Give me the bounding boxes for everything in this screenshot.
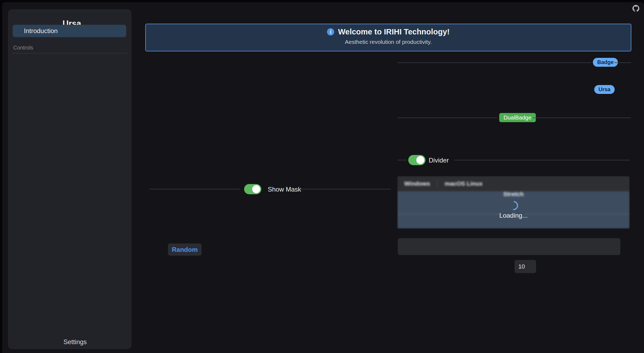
page-size-select[interactable]: 10 [515, 260, 536, 273]
github-icon[interactable] [632, 5, 639, 12]
sidebar: Ursa Introduction Controls Settings [8, 9, 131, 349]
app-window: Ursa Introduction Controls Settings i We… [2, 2, 644, 353]
spinner-icon [507, 199, 520, 212]
sidebar-group-label: Controls [13, 45, 33, 51]
tab-macos-linux[interactable]: macOS Linux [438, 180, 490, 187]
divider-toggle[interactable] [408, 155, 425, 165]
show-mask-label: Show Mask [268, 186, 301, 193]
screen: Ursa Introduction Controls Settings i We… [0, 0, 644, 353]
ursa-badge: Ursa [594, 85, 615, 94]
show-mask-toggle[interactable] [244, 184, 261, 194]
divider [397, 160, 407, 160]
divider [614, 62, 631, 63]
sidebar-item-label: Introduction [24, 27, 58, 35]
random-button[interactable]: Random [168, 243, 202, 256]
settings-button[interactable]: Settings [9, 336, 131, 348]
toggle-knob [252, 185, 260, 193]
banner-subtitle: Aesthetic revolution of productivity. [146, 39, 631, 45]
divider [300, 189, 391, 189]
divider [397, 62, 591, 63]
info-icon: i [327, 28, 334, 36]
welcome-banner: i Welcome to IRIHI Technology! Aesthetic… [145, 24, 631, 51]
banner-title: Welcome to IRIHI Technology! [338, 27, 450, 36]
toggle-knob [416, 156, 424, 164]
divider-label: Divider [429, 157, 449, 164]
sidebar-item-introduction[interactable]: Introduction [13, 25, 126, 37]
divider [12, 53, 127, 54]
tab-strip: Windows macOS Linux [397, 176, 630, 191]
window-controls [632, 4, 639, 13]
irihi-logo-image [149, 53, 391, 176]
tab-windows[interactable]: Windows [397, 180, 437, 187]
divider [533, 118, 631, 118]
dualbadge-section-label: DualBadge [499, 113, 536, 122]
loading-panel: Windows macOS Linux Stretch Loading... [397, 176, 630, 229]
text-input[interactable] [398, 238, 620, 255]
gear-icon [53, 338, 60, 345]
divider [454, 160, 630, 160]
dot-badge [620, 88, 624, 92]
loading-overlay: Loading... [397, 191, 630, 229]
divider [149, 189, 240, 189]
divider [397, 118, 497, 118]
loading-text: Loading... [499, 212, 527, 219]
